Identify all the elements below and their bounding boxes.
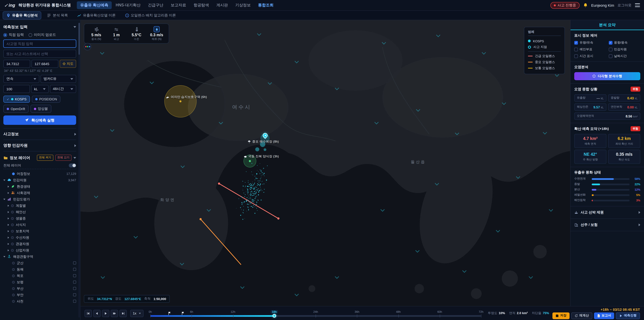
timeline-tick-60h[interactable]: 60h bbox=[438, 310, 442, 313]
zoom-to-layer-button[interactable] bbox=[73, 274, 76, 277]
skip-to-start-button[interactable] bbox=[84, 309, 92, 317]
all-layers-off-button[interactable]: 전체 끄기 bbox=[55, 155, 72, 161]
timeline-tick-72h[interactable]: 72h bbox=[479, 310, 483, 313]
layer-item-환경생태[interactable]: 환경생태 bbox=[3, 183, 76, 190]
model-chip-앙상블[interactable]: 앙상블 bbox=[30, 105, 51, 113]
timeline-tick-12h[interactable]: 12h bbox=[230, 310, 235, 313]
model-chip-KOSPS[interactable]: ✓KOSPS bbox=[3, 96, 30, 103]
display-option-시간-표시[interactable]: 시간 표시 bbox=[574, 54, 606, 58]
layer-item-계절별[interactable]: 계절별 bbox=[3, 202, 76, 209]
timeline-tick-48h[interactable]: 48h bbox=[396, 310, 401, 313]
layer-item-해경관할구역[interactable]: 해경관할구역 bbox=[3, 253, 76, 260]
run-prediction-button[interactable]: 확산예측 실행 bbox=[3, 115, 76, 125]
zoom-to-layer-button[interactable] bbox=[73, 261, 76, 264]
all-layers-on-button[interactable]: 전체 켜기 bbox=[37, 155, 53, 161]
layer-item-부산[interactable]: 부산 bbox=[3, 285, 76, 292]
summary-section-사고-선박-제원[interactable]: 사고 선박 제원 bbox=[570, 206, 644, 219]
radio-direct-input[interactable]: 직접 입력 bbox=[3, 33, 24, 37]
user-name[interactable]: Eunjeong Kim bbox=[591, 3, 614, 7]
duration-select[interactable]: 48시간 bbox=[50, 85, 76, 93]
zoom-to-layer-button[interactable] bbox=[73, 293, 76, 296]
hamburger-menu-icon[interactable] bbox=[635, 3, 640, 7]
model-chip-POSEIDON[interactable]: POSEIDON bbox=[32, 96, 60, 103]
timeline-tick-36h[interactable]: 36h bbox=[355, 310, 360, 313]
timeline-thumb[interactable] bbox=[272, 314, 276, 318]
layer-item-동해[interactable]: 동해 bbox=[3, 266, 76, 272]
nav-item-기상정보[interactable]: 기상정보 bbox=[232, 1, 254, 9]
layer-item-수산자원[interactable]: 수산자원 bbox=[3, 234, 76, 241]
nav-item-HNS·대기확산[interactable]: HNS·대기확산 bbox=[112, 1, 144, 9]
layer-item-어장정보[interactable]: 어장정보17,129 bbox=[3, 170, 76, 177]
layer-item-사천[interactable]: 사천 bbox=[3, 298, 76, 304]
zoom-to-layer-button[interactable] bbox=[73, 287, 76, 290]
amount-input[interactable] bbox=[3, 85, 30, 93]
action-재계산-button[interactable]: 재계산 bbox=[571, 312, 592, 319]
accident-list-input[interactable] bbox=[3, 50, 76, 58]
zoom-to-layer-button[interactable] bbox=[73, 280, 76, 283]
logout-button[interactable]: 로그아웃 bbox=[618, 3, 632, 8]
tab-유출유-확산분석[interactable]: 유출유 확산분석 bbox=[3, 11, 42, 19]
layer-item-군산[interactable]: 군산 bbox=[3, 260, 76, 266]
oil-type-select[interactable]: 벙커C유 bbox=[40, 75, 76, 83]
zoom-to-layer-button[interactable] bbox=[73, 268, 76, 271]
layer-item-해안선[interactable]: 해안선 bbox=[3, 209, 76, 215]
layer-item-부안[interactable]: 부안 bbox=[3, 292, 76, 298]
layer-item-민감도평가[interactable]: 민감도평가 bbox=[3, 196, 76, 202]
polygon-analysis-button[interactable]: 다각형 분석수행 bbox=[574, 72, 640, 80]
sidebar-section-영향-민감자원[interactable]: 영향 민감자원 bbox=[3, 140, 76, 151]
tab-오일펜스-배치-알고리즘-이론[interactable]: 오일펜스 배치 알고리즘 이론 bbox=[122, 11, 180, 19]
layer-item-산업자원[interactable]: 산업자원 bbox=[3, 247, 76, 253]
spill-type-select[interactable]: 연속 bbox=[3, 75, 39, 83]
accident-name-input[interactable] bbox=[3, 40, 76, 48]
tab-분석-목록[interactable]: 분석 목록 bbox=[44, 11, 72, 19]
master-layer-toggle[interactable] bbox=[69, 163, 76, 167]
nav-item-통합조회[interactable]: 통합조회 bbox=[255, 1, 277, 9]
palette-button[interactable] bbox=[84, 43, 91, 50]
action-저장-button[interactable]: 저장 bbox=[552, 312, 570, 319]
layer-item-민감자원[interactable]: 민감자원3,947 bbox=[3, 177, 76, 183]
action-보고서-button[interactable]: 보고서 bbox=[594, 312, 614, 319]
predict-input-header[interactable]: 예측정보 입력 bbox=[3, 23, 76, 31]
sidebar-scrollbar[interactable] bbox=[78, 23, 80, 317]
tab-유출유확산모델-이론[interactable]: 유출유확산모델 이론 bbox=[74, 11, 120, 19]
radio-image-upload[interactable]: 이미지 업로드 bbox=[28, 33, 56, 37]
incident-status-badge[interactable]: 사고 진행중 bbox=[550, 2, 580, 9]
timeline-tick-18h[interactable]: 18h bbox=[270, 310, 278, 313]
nav-item-항공탐색[interactable]: 항공탐색 bbox=[190, 1, 212, 9]
zoom-to-layer-button[interactable] bbox=[73, 300, 76, 303]
skip-to-end-button[interactable] bbox=[120, 309, 127, 317]
timeline-tick-0h[interactable]: 0h bbox=[149, 310, 152, 313]
map-area[interactable]: 여수시화양면돌산읍 여자만 습지보호구역 (6h)종포 해수욕장 (8h)국동 … bbox=[80, 20, 570, 306]
nav-item-긴급구난[interactable]: 긴급구난 bbox=[144, 1, 167, 9]
layer-item-보령[interactable]: 보령 bbox=[3, 279, 76, 285]
speed-select[interactable]: 1x bbox=[130, 309, 144, 317]
layer-item-관광자원[interactable]: 관광자원 bbox=[3, 241, 76, 247]
layer-item-보호지역[interactable]: 보호지역 bbox=[3, 228, 76, 234]
display-option-날짜시간[interactable]: 날짜시간 bbox=[608, 54, 640, 58]
display-option-예인부표[interactable]: 예인부표 bbox=[574, 47, 606, 52]
pick-on-map-button[interactable]: 지도 bbox=[60, 60, 76, 68]
layer-item-생물종[interactable]: 생물종 bbox=[3, 215, 76, 221]
display-option-민감자원[interactable]: 민감자원 bbox=[608, 47, 640, 52]
model-chip-OpenDrift[interactable]: OpenDrift bbox=[3, 105, 28, 113]
display-option-풍향/풍속[interactable]: ✓풍향/풍속 bbox=[608, 41, 640, 45]
display-option-유향/유속[interactable]: ✓유향/유속 bbox=[574, 41, 606, 45]
summary-section-선주-/-보험[interactable]: 선주 / 보험 bbox=[570, 219, 644, 231]
unit-select[interactable]: kL bbox=[31, 85, 48, 93]
app-logo[interactable]: ✓ing 해양환경 위기대응 통합시스템 bbox=[4, 3, 71, 8]
action-예측진행-button[interactable]: 예측진행 bbox=[616, 312, 640, 319]
step-back-button[interactable] bbox=[93, 309, 100, 317]
sidebar-section-사고정보[interactable]: 사고정보 bbox=[3, 128, 76, 140]
nav-item-게시판[interactable]: 게시판 bbox=[213, 1, 231, 9]
bookmark-flag-icon[interactable] bbox=[182, 310, 184, 315]
notifications-bell-icon[interactable] bbox=[583, 3, 588, 8]
layer-item-목포[interactable]: 목포 bbox=[3, 272, 76, 279]
latitude-input[interactable] bbox=[3, 60, 30, 68]
timeline-tick-6h[interactable]: 6h bbox=[190, 310, 193, 313]
fast-forward-button[interactable] bbox=[111, 309, 118, 317]
nav-item-보고자료[interactable]: 보고자료 bbox=[167, 1, 190, 9]
longitude-input[interactable] bbox=[32, 60, 58, 68]
bookmark-flag-icon[interactable] bbox=[168, 310, 171, 315]
play-button[interactable] bbox=[102, 309, 109, 317]
timeline-tick-24h[interactable]: 24h bbox=[313, 310, 318, 313]
